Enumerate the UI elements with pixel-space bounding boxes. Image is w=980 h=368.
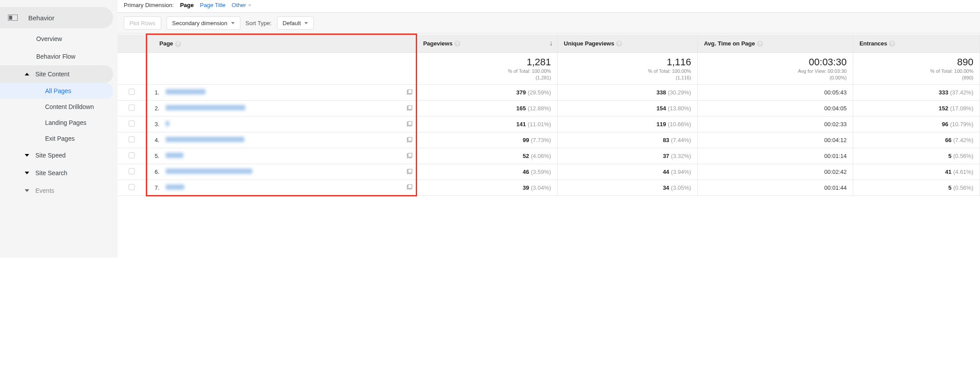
page-cell[interactable]: 6.: [146, 164, 416, 180]
primary-dimension-bar: Primary Dimension: Page Page Title Other: [118, 0, 980, 10]
row-checkbox[interactable]: [129, 136, 135, 143]
svg-rect-1: [9, 16, 12, 20]
nav-overview[interactable]: Overview: [0, 30, 113, 48]
entrances-cell: 152(17.08%): [853, 101, 980, 116]
dim-tab-page-title[interactable]: Page Title: [200, 2, 226, 8]
page-link[interactable]: [166, 89, 205, 94]
page-link[interactable]: [166, 105, 245, 110]
col-unique-pageviews[interactable]: Unique Pageviews?: [558, 34, 698, 53]
sort-type-label: Sort Type:: [246, 20, 272, 26]
row-checkbox[interactable]: [129, 120, 135, 127]
plot-rows-button[interactable]: Plot Rows: [124, 16, 161, 30]
open-icon[interactable]: [407, 169, 412, 175]
caret-down-icon: [25, 189, 29, 192]
dim-tab-page[interactable]: Page: [180, 2, 194, 8]
page-link[interactable]: [166, 169, 252, 174]
help-icon[interactable]: ?: [175, 41, 181, 47]
entrances-cell: 66(7.42%): [853, 132, 980, 148]
help-icon[interactable]: ?: [889, 41, 895, 47]
row-checkbox[interactable]: [129, 105, 135, 111]
sort-desc-icon: ↓: [549, 39, 553, 47]
unique-pageviews-cell: 44(3.94%): [558, 164, 698, 180]
nav-site-search[interactable]: Site Search: [0, 164, 113, 182]
open-icon[interactable]: [407, 121, 412, 128]
nav-behavior-flow[interactable]: Behavior Flow: [0, 48, 113, 65]
secondary-dimension-select[interactable]: Secondary dimension: [167, 16, 240, 30]
avg-time-cell: 00:01:44: [698, 180, 853, 196]
summary-row: 1,281 % of Total: 100.00% (1,281) 1,116 …: [118, 53, 980, 85]
page-link[interactable]: [166, 184, 184, 190]
page-cell[interactable]: 4.: [146, 132, 416, 148]
page-cell[interactable]: 2.: [146, 101, 416, 116]
entrances-cell: 5(0.56%): [853, 180, 980, 196]
table-row: 6.46(3.59%)44(3.94%)00:02:4241(4.61%): [118, 164, 980, 180]
entrances-cell: 96(10.79%): [853, 116, 980, 132]
open-icon[interactable]: [407, 184, 412, 191]
sidebar: Behavior Overview Behavior Flow Site Con…: [0, 0, 118, 258]
pageviews-cell: 379(29.59%): [416, 85, 557, 101]
chevron-down-icon: [248, 4, 251, 7]
col-checkbox: [118, 34, 146, 53]
entrances-cell: 5(0.56%): [853, 148, 980, 164]
nav-all-pages[interactable]: All Pages: [0, 83, 113, 99]
open-icon[interactable]: [407, 153, 412, 159]
dim-tab-other[interactable]: Other: [232, 2, 251, 8]
pageviews-cell: 165(12.88%): [416, 101, 557, 116]
pageviews-cell: 46(3.59%): [416, 164, 557, 180]
svg-rect-11: [408, 153, 412, 157]
open-icon[interactable]: [407, 137, 412, 143]
page-link[interactable]: [166, 137, 244, 142]
open-icon[interactable]: [407, 105, 412, 112]
avg-time-cell: 00:02:42: [698, 164, 853, 180]
summary-pageviews: 1,281: [419, 56, 551, 68]
help-icon[interactable]: ?: [616, 41, 622, 47]
row-rank: 2.: [152, 105, 160, 112]
nav-site-content[interactable]: Site Content: [0, 65, 113, 83]
col-page[interactable]: Page?: [146, 34, 416, 53]
row-rank: 1.: [152, 89, 160, 96]
svg-rect-5: [408, 105, 412, 109]
page-link[interactable]: [166, 121, 169, 126]
table-row: 1.379(29.59%)338(30.29%)00:05:43333(37.4…: [118, 85, 980, 101]
row-rank: 6.: [152, 169, 160, 175]
nav-site-speed[interactable]: Site Speed: [0, 146, 113, 164]
help-icon[interactable]: ?: [757, 41, 763, 47]
entrances-cell: 333(37.42%): [853, 85, 980, 101]
col-entrances[interactable]: Entrances?: [853, 34, 980, 53]
page-cell[interactable]: 3.: [146, 116, 416, 132]
nav-exit-pages[interactable]: Exit Pages: [0, 131, 113, 146]
nav-behavior-label: Behavior: [28, 14, 54, 22]
svg-rect-7: [408, 121, 412, 125]
col-pageviews[interactable]: Pageviews? ↓: [416, 34, 557, 53]
nav-behavior[interactable]: Behavior: [0, 7, 113, 28]
data-table: Page? Pageviews? ↓ Unique Pageviews? Avg…: [118, 34, 980, 258]
page-cell[interactable]: 5.: [146, 148, 416, 164]
svg-rect-9: [408, 137, 412, 141]
row-rank: 4.: [152, 137, 160, 143]
page-cell[interactable]: 7.: [146, 180, 416, 196]
avg-time-cell: 00:04:12: [698, 132, 853, 148]
row-checkbox[interactable]: [129, 184, 135, 190]
help-icon[interactable]: ?: [454, 41, 460, 47]
behavior-icon: [8, 15, 18, 21]
primary-dimension-label: Primary Dimension:: [124, 2, 174, 8]
row-checkbox[interactable]: [129, 168, 135, 174]
page-cell[interactable]: 1.: [146, 85, 416, 101]
row-checkbox[interactable]: [129, 89, 135, 95]
table-row: 7.39(3.04%)34(3.05%)00:01:445(0.56%): [118, 180, 980, 196]
nav-landing-pages[interactable]: Landing Pages: [0, 115, 113, 131]
avg-time-cell: 00:02:33: [698, 116, 853, 132]
nav-content-drilldown[interactable]: Content Drilldown: [0, 99, 113, 115]
chevron-down-icon: [304, 22, 308, 24]
page-link[interactable]: [166, 153, 183, 158]
open-icon[interactable]: [407, 89, 412, 96]
sort-type-select[interactable]: Default: [277, 16, 314, 30]
pageviews-cell: 99(7.73%): [416, 132, 557, 148]
col-avg-time[interactable]: Avg. Time on Page?: [698, 34, 853, 53]
nav-events[interactable]: Events: [0, 182, 113, 199]
row-checkbox[interactable]: [129, 152, 135, 158]
pageviews-cell: 52(4.06%): [416, 148, 557, 164]
unique-pageviews-cell: 83(7.44%): [558, 132, 698, 148]
unique-pageviews-cell: 37(3.32%): [558, 148, 698, 164]
avg-time-cell: 00:01:14: [698, 148, 853, 164]
